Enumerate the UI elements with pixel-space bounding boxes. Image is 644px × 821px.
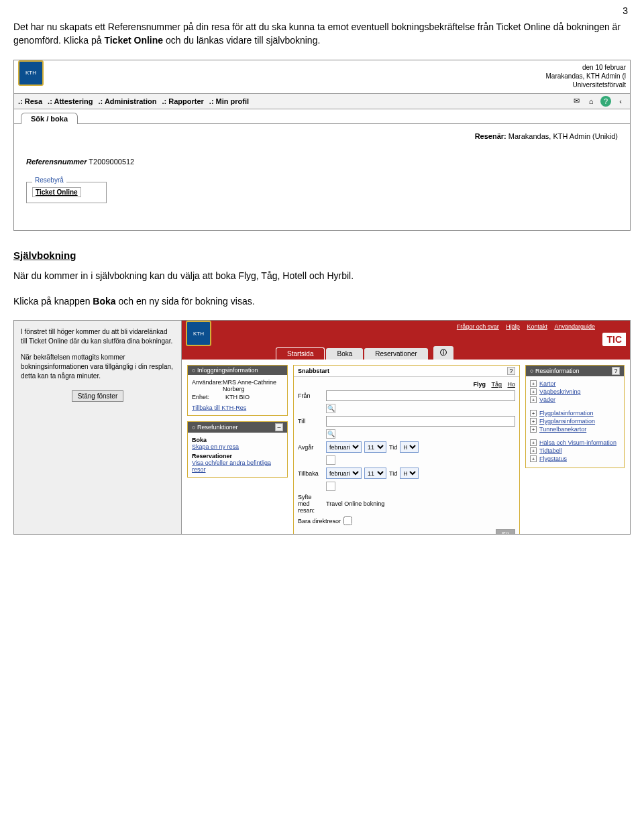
- to-label: Till: [298, 418, 323, 425]
- plus-icon[interactable]: +: [530, 426, 537, 433]
- collapse-icon[interactable]: –: [275, 423, 283, 431]
- depart-month-select[interactable]: februari: [326, 441, 362, 453]
- traveller-label: Resenär:: [475, 132, 506, 140]
- intro-text-b: och du länkas vidare till självbokning.: [163, 35, 320, 46]
- tab-startsida[interactable]: Startsida: [276, 347, 325, 360]
- link-vader[interactable]: Väder: [539, 396, 555, 403]
- quickstart-panel: Snabbstart? Flyg Tåg Ho Från 🔍 Till 🔍: [293, 365, 520, 535]
- menu-resa[interactable]: .: Resa: [18, 97, 42, 105]
- return-day-select[interactable]: 11: [364, 468, 386, 479]
- link-kartor[interactable]: Kartor: [539, 380, 556, 387]
- unit-key: Enhet:: [192, 394, 225, 400]
- page-number: 3: [623, 5, 628, 16]
- qs-tab-ho[interactable]: Ho: [507, 381, 515, 388]
- tab-search-book[interactable]: Sök / boka: [21, 113, 78, 124]
- ticket-online-link[interactable]: Ticket Online: [32, 187, 81, 197]
- top-links: Frågor och svar Hjälp Kontakt Användargu…: [454, 323, 598, 330]
- travel-info-header: ○ Reseinformation: [530, 368, 579, 374]
- login-info-panel: ○ Inloggningsinformation Användare:MRS A…: [187, 365, 288, 416]
- user-key: Användare:: [192, 379, 223, 392]
- return-tid: Tid: [389, 470, 397, 477]
- link-flygstatus[interactable]: Flygstatus: [539, 455, 567, 462]
- purpose-label: Syfte med resan:: [298, 494, 323, 514]
- plus-icon[interactable]: +: [530, 396, 537, 403]
- qs-tab-tag[interactable]: Tåg: [491, 381, 502, 388]
- kth-logo-small: KTH: [186, 321, 211, 346]
- top-link-contact[interactable]: Kontakt: [527, 323, 547, 330]
- quickstart-help-icon[interactable]: ?: [507, 367, 515, 375]
- left-info-pane: I fönstret till höger kommer du att bli …: [14, 321, 182, 534]
- traveller-value: Marakandas, KTH Admin (Unikid): [508, 132, 618, 140]
- menu-administration[interactable]: .: Administration: [99, 97, 157, 105]
- plus-icon[interactable]: +: [530, 388, 537, 395]
- menu-attestering[interactable]: .: Attestering: [48, 97, 93, 105]
- return-label: Tillbaka: [298, 470, 323, 477]
- plus-icon[interactable]: +: [530, 410, 537, 417]
- top-link-help[interactable]: Hjälp: [506, 323, 520, 330]
- travel-agency-label: Resebyrå: [32, 176, 66, 184]
- from-search-icon[interactable]: 🔍: [326, 404, 335, 413]
- link-tidtabell[interactable]: Tidtabell: [539, 447, 562, 454]
- header-user: Marakandas, KTH Admin (l: [546, 72, 627, 80]
- tab-boka[interactable]: Boka: [326, 348, 363, 360]
- top-link-faq[interactable]: Frågor och svar: [457, 323, 499, 330]
- rf-visa-link[interactable]: Visa och/eller ändra befintliga resor: [192, 459, 271, 473]
- search-button-disabled: Sö: [496, 529, 515, 535]
- left-info-1: I fönstret till höger kommer du att bli …: [21, 327, 174, 346]
- intro-paragraph: Det har nu skapats ett Referensnummer på…: [13, 20, 631, 48]
- return-month-select[interactable]: februari: [326, 468, 362, 479]
- direct-checkbox[interactable]: [343, 516, 352, 525]
- unit-val: KTH BIO: [225, 394, 250, 400]
- travel-agency-box: Resebyrå Ticket Online: [26, 182, 107, 203]
- screenshot-ticket-online: I fönstret till höger kommer du att bli …: [13, 320, 631, 535]
- menu-min-profil[interactable]: .: Min profil: [209, 97, 249, 105]
- self-booking-heading: Självbokning: [13, 250, 631, 261]
- direct-label: Bara direktresor: [298, 518, 341, 525]
- plus-icon[interactable]: +: [530, 455, 537, 462]
- main-menu: .: Resa .: Attestering .: Administration…: [14, 93, 630, 109]
- link-flygplans[interactable]: Flygplansinformation: [539, 418, 595, 425]
- mail-icon[interactable]: ✉: [571, 96, 582, 107]
- help-icon[interactable]: ?: [600, 96, 611, 107]
- travel-info-help-icon[interactable]: ?: [612, 367, 620, 375]
- self-booking-para: När du kommer in i självbokning kan du v…: [13, 269, 631, 282]
- to-input[interactable]: [326, 416, 515, 427]
- link-halsa-visum[interactable]: Hälsa och Visum-information: [539, 439, 616, 446]
- back-to-kthres-link[interactable]: Tillbaka till KTH-Res: [192, 404, 246, 411]
- link-vagbeskrivning[interactable]: Vägbeskrivning: [539, 388, 581, 395]
- return-time-select[interactable]: He: [400, 468, 419, 479]
- menu-rapporter[interactable]: .: Rapporter: [162, 97, 204, 105]
- to-search-icon[interactable]: 🔍: [326, 429, 335, 439]
- rf-boka: Boka: [192, 437, 283, 443]
- close-window-button[interactable]: Stäng fönster: [72, 390, 123, 402]
- intro-bold: Ticket Online: [104, 35, 163, 46]
- tic-logo: TIC: [602, 333, 626, 346]
- click-boka-bold: Boka: [93, 296, 115, 307]
- red-header: KTH Frågor och svar Hjälp Kontakt Använd…: [182, 321, 630, 346]
- plus-icon[interactable]: +: [530, 439, 537, 446]
- info-icon[interactable]: ⓘ: [433, 346, 453, 360]
- link-tunnelbane[interactable]: Tunnelbanekartor: [539, 426, 586, 433]
- return-calendar-icon[interactable]: [326, 482, 335, 491]
- top-link-guide[interactable]: Användarguide: [554, 323, 595, 330]
- plus-icon[interactable]: +: [530, 447, 537, 454]
- travel-info-panel: ○ Reseinformation? +Kartor +Vägbeskrivni…: [525, 365, 625, 468]
- from-input[interactable]: [326, 390, 515, 401]
- reference-label: Referensnummer: [26, 158, 87, 166]
- plus-icon[interactable]: +: [530, 380, 537, 387]
- click-boka-para: Klicka på knappen Boka och en ny sida fö…: [13, 294, 631, 308]
- depart-calendar-icon[interactable]: [326, 455, 335, 465]
- depart-time-select[interactable]: He: [400, 441, 419, 453]
- plus-icon[interactable]: +: [530, 418, 537, 425]
- tab-reservationer[interactable]: Reservationer: [364, 348, 427, 360]
- login-info-header: ○ Inloggningsinformation: [192, 367, 258, 374]
- link-flygplats[interactable]: Flygplatsinformation: [539, 410, 594, 417]
- qs-tab-flyg[interactable]: Flyg: [473, 381, 486, 388]
- reference-number: T2009000512: [89, 158, 134, 166]
- header-org: Universitetsförvalt: [546, 80, 627, 89]
- kth-logo: KTH: [18, 60, 44, 86]
- rf-skapa-link[interactable]: Skapa en ny resa: [192, 443, 239, 450]
- more-icon[interactable]: ‹: [615, 96, 626, 107]
- depart-day-select[interactable]: 11: [364, 441, 386, 453]
- home-icon[interactable]: ⌂: [586, 96, 596, 107]
